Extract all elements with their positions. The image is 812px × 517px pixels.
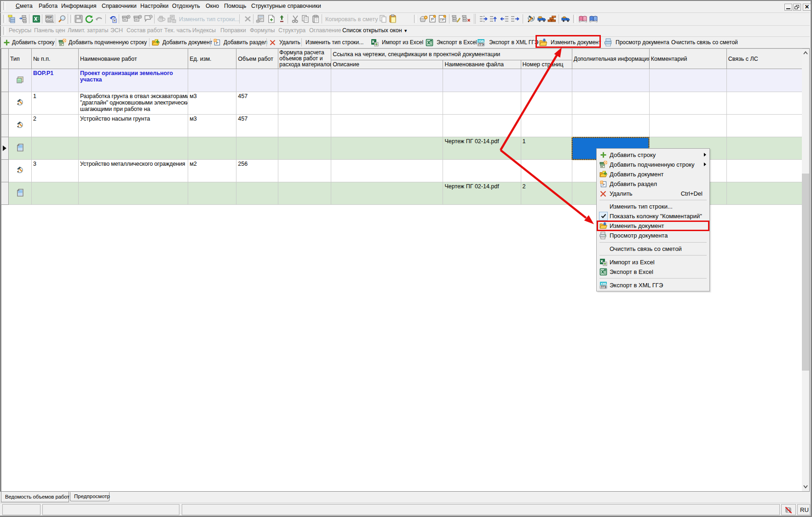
svg-text:PDF: PDF: [46, 16, 52, 19]
svg-text:ПР: ПР: [440, 17, 445, 22]
svg-text:XML: XML: [600, 282, 608, 285]
svg-text:ГГЭ: ГГЭ: [601, 285, 606, 289]
svg-text:ГГЭ: ГГЭ: [478, 43, 484, 46]
svg-text:P: P: [431, 17, 434, 22]
svg-text:XML: XML: [478, 40, 485, 43]
